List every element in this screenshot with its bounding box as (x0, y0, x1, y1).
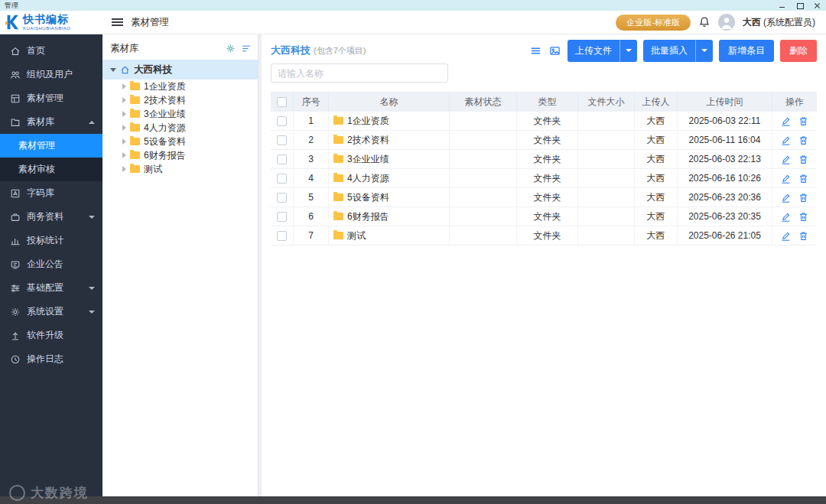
row-checkbox[interactable] (277, 135, 287, 145)
column-header-uploader: 上传人 (635, 92, 678, 112)
row-checkbox[interactable] (277, 174, 287, 184)
row-status (450, 226, 517, 245)
trash-icon[interactable] (798, 116, 808, 126)
notification-bell-icon[interactable] (698, 16, 711, 28)
sidebar-item-material-library[interactable]: 素材库 (0, 110, 102, 134)
row-checkbox[interactable] (277, 193, 287, 203)
row-uploader: 大西 (635, 188, 678, 206)
chevron-right-icon[interactable] (122, 97, 126, 103)
chevron-right-icon[interactable] (122, 125, 126, 131)
row-name[interactable]: 4人力资源 (347, 172, 389, 185)
edit-icon[interactable] (781, 154, 791, 164)
image-view-icon[interactable] (548, 45, 561, 57)
add-entry-button[interactable]: 新增条目 (719, 40, 774, 62)
tree-item[interactable]: 6财务报告 (102, 148, 258, 162)
tree-item[interactable]: 5设备资料 (102, 135, 258, 148)
table-row[interactable]: 2 2技术资料 文件夹 大西 2025-06-11 16:04 (271, 131, 817, 150)
sidebar-item-bid-stats[interactable]: 投标统计 (0, 229, 102, 252)
close-icon[interactable] (814, 2, 821, 9)
table-row[interactable]: 3 3企业业绩 文件夹 大西 2025-06-03 22:13 (271, 150, 817, 169)
maximize-icon[interactable] (796, 2, 804, 9)
table-row[interactable]: 7 测试 文件夹 大西 2025-06-26 21:05 (271, 226, 817, 245)
row-index: 1 (294, 112, 329, 130)
row-name[interactable]: 2技术资料 (347, 134, 389, 147)
tree-item[interactable]: 2技术资料 (102, 93, 258, 107)
chevron-down-icon[interactable] (110, 68, 116, 72)
window-controls (779, 2, 821, 9)
trash-icon[interactable] (798, 174, 808, 184)
avatar[interactable] (718, 14, 735, 31)
column-header-actions: 操作 (772, 92, 817, 112)
edit-icon[interactable] (781, 193, 791, 203)
upload-file-button[interactable]: 上传文件 (567, 40, 637, 62)
table-row[interactable]: 6 6财务报告 文件夹 大西 2025-06-23 20:35 (271, 207, 817, 226)
trash-icon[interactable] (798, 154, 808, 164)
tree-item-label: 5设备资料 (144, 135, 186, 148)
edit-icon[interactable] (781, 212, 791, 222)
sidebar-item-software-upgrade[interactable]: 软件升级 (0, 324, 102, 347)
delete-button[interactable]: 删除 (780, 40, 817, 62)
sidebar-subitem-material-manage[interactable]: 素材管理 (0, 134, 102, 158)
batch-insert-button[interactable]: 批量插入 (643, 40, 713, 62)
row-name[interactable]: 6财务报告 (347, 210, 389, 223)
trash-icon[interactable] (798, 193, 808, 203)
row-checkbox[interactable] (277, 212, 287, 222)
sidebar-item-basic-config[interactable]: 基础配置 (0, 276, 102, 300)
tree-sort-list-icon[interactable] (241, 44, 252, 54)
sidebar-item-label: 商务资料 (27, 210, 63, 223)
chevron-down-icon (89, 311, 95, 314)
row-checkbox[interactable] (277, 116, 287, 126)
table-row[interactable]: 4 4人力资源 文件夹 大西 2025-06-16 10:26 (271, 169, 817, 188)
chevron-right-icon[interactable] (122, 83, 126, 89)
row-checkbox[interactable] (277, 154, 287, 164)
chevron-right-icon[interactable] (122, 138, 126, 145)
sidebar-item-home[interactable]: 首页 (0, 39, 102, 63)
sidebar-item-font-library[interactable]: 字码库 (0, 181, 102, 205)
trash-icon[interactable] (798, 231, 808, 241)
tree-item[interactable]: 测试 (102, 162, 258, 176)
tree-item[interactable]: 1企业资质 (102, 80, 258, 93)
upload-file-label[interactable]: 上传文件 (567, 40, 620, 62)
users-icon (10, 70, 21, 80)
sidebar-item-material-manage[interactable]: 素材管理 (0, 86, 102, 110)
sidebar-item-business-docs[interactable]: 商务资料 (0, 205, 102, 229)
sidebar-item-label: 素材管理 (27, 92, 63, 105)
row-name[interactable]: 5设备资料 (347, 191, 389, 204)
row-name-cell: 3企业业绩 (329, 150, 450, 168)
sidebar-item-system-settings[interactable]: 系统设置 (0, 300, 102, 324)
sidebar-item-org-users[interactable]: 素材管理 组织及用户 (0, 63, 102, 86)
table-row[interactable]: 5 5设备资料 文件夹 大西 2025-06-23 20:36 (271, 188, 817, 207)
list-view-icon[interactable] (529, 45, 542, 57)
edit-icon[interactable] (781, 116, 791, 126)
row-name[interactable]: 1企业资质 (347, 115, 389, 128)
search-input[interactable] (271, 63, 448, 83)
table-row[interactable]: 1 1企业资质 文件夹 大西 2025-06-03 22:11 (271, 112, 817, 131)
tree-root-item[interactable]: 大西科技 (102, 60, 258, 80)
sidebar-item-label: 首页 (27, 44, 45, 57)
edit-icon[interactable] (781, 231, 791, 241)
batch-dropdown-caret-icon[interactable] (695, 40, 713, 62)
folder-icon (130, 165, 140, 173)
trash-icon[interactable] (798, 135, 808, 145)
select-all-checkbox[interactable] (277, 97, 287, 107)
sidebar-item-company-notice[interactable]: 企业公告 (0, 252, 102, 276)
upload-dropdown-caret-icon[interactable] (620, 40, 637, 62)
row-checkbox[interactable] (277, 231, 287, 241)
chevron-right-icon[interactable] (122, 152, 126, 158)
tree-item[interactable]: 4人力资源 (102, 121, 258, 135)
row-name[interactable]: 3企业业绩 (347, 153, 389, 166)
sidebar-subitem-material-review[interactable]: 素材审核 (0, 158, 102, 181)
chevron-right-icon[interactable] (122, 111, 126, 117)
sidebar-item-operation-log[interactable]: 操作日志 (0, 347, 102, 371)
chevron-right-icon[interactable] (122, 166, 126, 172)
menu-toggle-icon[interactable] (112, 18, 123, 26)
trash-icon[interactable] (798, 212, 808, 222)
batch-insert-label[interactable]: 批量插入 (643, 40, 695, 62)
row-name[interactable]: 测试 (347, 229, 366, 242)
edit-icon[interactable] (781, 135, 791, 145)
tree-settings-gear-icon[interactable] (226, 44, 236, 54)
edit-icon[interactable] (781, 174, 791, 184)
minimize-icon[interactable] (779, 2, 786, 9)
tree-item[interactable]: 3企业业绩 (102, 107, 258, 121)
user-info[interactable]: 大西 (系统配置员) (743, 16, 815, 29)
